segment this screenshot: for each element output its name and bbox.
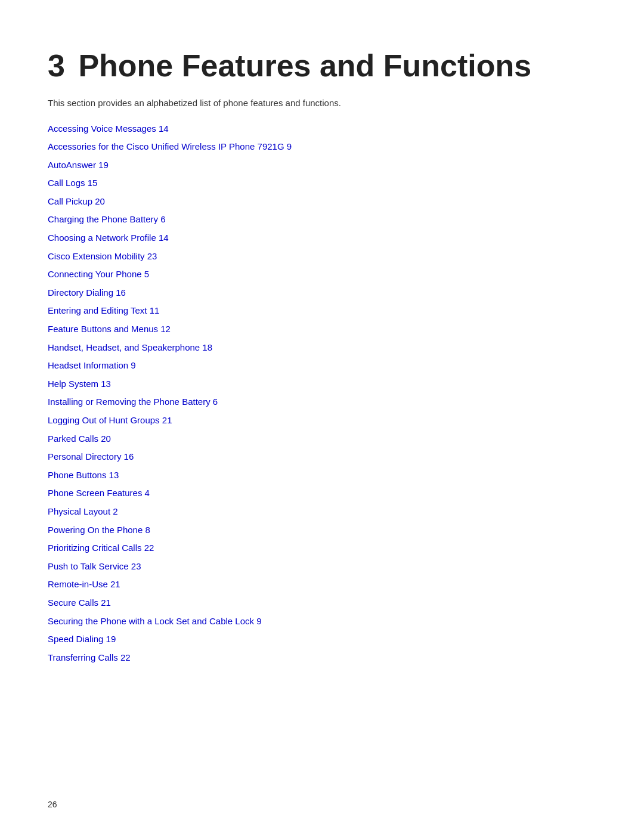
toc-item: Connecting Your Phone 5 (48, 267, 596, 282)
page-number: 26 (48, 800, 57, 809)
toc-item: Powering On the Phone 8 (48, 522, 596, 538)
toc-link[interactable]: Phone Screen Features 4 (48, 488, 150, 498)
toc-link[interactable]: Headset Information 9 (48, 360, 136, 370)
toc-item: Accessories for the Cisco Unified Wirele… (48, 139, 596, 154)
toc-link[interactable]: Call Pickup 20 (48, 196, 105, 206)
toc-link[interactable]: Call Logs 15 (48, 178, 97, 188)
toc-item: Choosing a Network Profile 14 (48, 230, 596, 246)
toc-link[interactable]: Remote-in-Use 21 (48, 579, 120, 589)
toc-item: Personal Directory 16 (48, 449, 596, 465)
page-container: 3 Phone Features and Functions This sect… (0, 0, 644, 833)
toc-link[interactable]: Handset, Headset, and Speakerphone 18 (48, 342, 212, 352)
toc-link[interactable]: Prioritizing Critical Calls 22 (48, 543, 154, 553)
toc-link[interactable]: Transferring Calls 22 (48, 652, 131, 662)
chapter-title: Phone Features and Functions (78, 48, 531, 83)
toc-link[interactable]: Secure Calls 21 (48, 597, 111, 608)
toc-link[interactable]: Phone Buttons 13 (48, 470, 119, 480)
toc-item: Speed Dialing 19 (48, 631, 596, 647)
toc-item: Handset, Headset, and Speakerphone 18 (48, 340, 596, 355)
toc-item: Phone Screen Features 4 (48, 485, 596, 501)
toc-link[interactable]: Personal Directory 16 (48, 451, 134, 462)
toc-link[interactable]: Installing or Removing the Phone Battery… (48, 397, 218, 407)
toc-item: Parked Calls 20 (48, 431, 596, 447)
toc-item: Cisco Extension Mobility 23 (48, 249, 596, 264)
toc-item: Help System 13 (48, 376, 596, 392)
toc-link[interactable]: Powering On the Phone 8 (48, 525, 150, 535)
toc-item: Directory Dialing 16 (48, 285, 596, 301)
toc-link[interactable]: Physical Layout 2 (48, 506, 118, 516)
toc-item: Headset Information 9 (48, 358, 596, 373)
toc-link[interactable]: Parked Calls 20 (48, 433, 111, 444)
toc-item: Charging the Phone Battery 6 (48, 212, 596, 227)
toc-link[interactable]: Directory Dialing 16 (48, 287, 126, 298)
toc-link[interactable]: Speed Dialing 19 (48, 634, 116, 644)
toc-link[interactable]: Choosing a Network Profile 14 (48, 233, 169, 243)
toc-link[interactable]: Securing the Phone with a Lock Set and C… (48, 616, 262, 626)
toc-link[interactable]: Cisco Extension Mobility 23 (48, 251, 157, 261)
toc-item: AutoAnswer 19 (48, 157, 596, 173)
toc-link[interactable]: Charging the Phone Battery 6 (48, 214, 166, 224)
toc-link[interactable]: Entering and Editing Text 11 (48, 305, 159, 315)
toc-item: Secure Calls 21 (48, 595, 596, 611)
toc-link[interactable]: Help System 13 (48, 379, 111, 389)
toc-link[interactable]: Connecting Your Phone 5 (48, 269, 149, 279)
toc-item: Transferring Calls 22 (48, 650, 596, 665)
toc-item: Phone Buttons 13 (48, 467, 596, 483)
chapter-number: 3 (48, 48, 65, 83)
toc-item: Call Logs 15 (48, 175, 596, 191)
toc-item: Push to Talk Service 23 (48, 559, 596, 574)
toc-link[interactable]: Push to Talk Service 23 (48, 561, 141, 571)
toc-item: Feature Buttons and Menus 12 (48, 321, 596, 337)
chapter-header: 3 Phone Features and Functions (48, 48, 596, 83)
toc-item: Entering and Editing Text 11 (48, 303, 596, 318)
toc-item: Installing or Removing the Phone Battery… (48, 394, 596, 410)
toc-item: Call Pickup 20 (48, 194, 596, 209)
toc-item: Logging Out of Hunt Groups 21 (48, 413, 596, 428)
toc-list: Accessing Voice Messages 14Accessories f… (48, 121, 596, 665)
toc-link[interactable]: Feature Buttons and Menus 12 (48, 324, 171, 334)
toc-link[interactable]: Accessories for the Cisco Unified Wirele… (48, 141, 292, 151)
toc-link[interactable]: Logging Out of Hunt Groups 21 (48, 415, 172, 425)
toc-item: Prioritizing Critical Calls 22 (48, 540, 596, 556)
toc-item: Securing the Phone with a Lock Set and C… (48, 614, 596, 629)
toc-item: Accessing Voice Messages 14 (48, 121, 596, 137)
toc-item: Physical Layout 2 (48, 504, 596, 519)
toc-item: Remote-in-Use 21 (48, 577, 596, 592)
intro-text: This section provides an alphabetized li… (48, 97, 596, 110)
toc-link[interactable]: Accessing Voice Messages 14 (48, 123, 169, 134)
toc-link[interactable]: AutoAnswer 19 (48, 160, 109, 170)
